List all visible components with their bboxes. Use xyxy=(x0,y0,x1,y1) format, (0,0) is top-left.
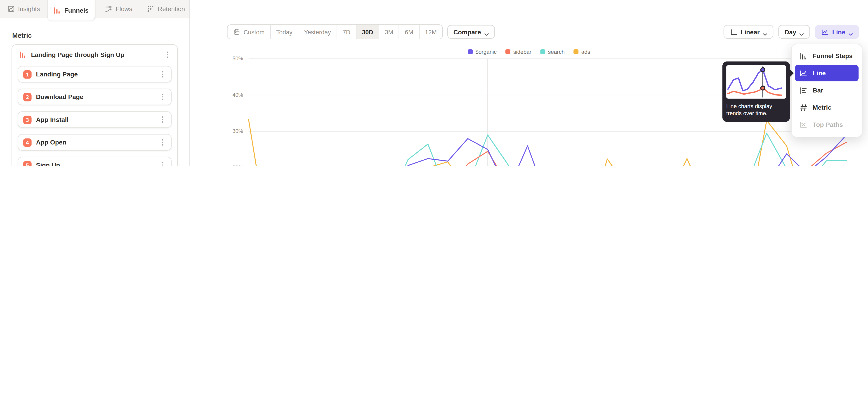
funnel-steps-list: 1Landing Page2Download Page3App Install4… xyxy=(12,66,177,166)
step-kebab-menu[interactable] xyxy=(159,160,166,166)
funnel-step-4[interactable]: 4App Open xyxy=(18,134,172,151)
report-canvas: CustomTodayYesterday7D30D3M6M12M Compare… xyxy=(190,0,868,166)
svg-text:40%: 40% xyxy=(232,92,243,98)
tooltip-text: Line charts display trends over time. xyxy=(726,102,786,117)
funnel-step-3[interactable]: 3App Install xyxy=(18,111,172,128)
menu-item-bar[interactable]: Bar xyxy=(795,82,859,98)
menu-item-label: Bar xyxy=(813,87,823,93)
step-label: Sign Up xyxy=(36,162,154,166)
tab-retention[interactable]: Retention xyxy=(143,0,190,18)
menu-item-line[interactable]: Line xyxy=(795,65,859,82)
step-number-badge: 2 xyxy=(23,93,32,101)
step-number-badge: 5 xyxy=(23,161,32,166)
app-window: InsightsFunnelsFlowsRetention Metric Lan… xyxy=(0,0,868,166)
report-tabbar: InsightsFunnelsFlowsRetention xyxy=(0,0,190,18)
flows-icon xyxy=(105,5,112,13)
step-label: App Open xyxy=(36,139,154,146)
bar-chart-icon xyxy=(799,86,808,95)
chart-type-tooltip: Line charts display trends over time. xyxy=(722,62,790,122)
menu-item-label: Top Paths xyxy=(813,121,843,128)
query-sidebar: Metric Landing Page through Sign Up 1Lan… xyxy=(0,18,190,166)
step-label: Landing Page xyxy=(36,71,154,77)
menu-item-label: Funnel Steps xyxy=(813,53,852,59)
step-number-badge: 3 xyxy=(23,116,32,124)
step-label: App Install xyxy=(36,116,154,123)
tab-label-flows: Flows xyxy=(116,5,132,12)
top-paths-icon xyxy=(799,121,808,129)
tab-label-insights: Insights xyxy=(18,5,40,12)
svg-text:30%: 30% xyxy=(232,128,243,134)
tab-insights[interactable]: Insights xyxy=(0,0,48,18)
step-kebab-menu[interactable] xyxy=(159,70,166,79)
step-label: Download Page xyxy=(36,94,154,100)
menu-item-funnel-steps[interactable]: Funnel Steps xyxy=(795,48,859,64)
tooltip-preview-chart xyxy=(726,65,786,99)
step-kebab-menu[interactable] xyxy=(159,92,166,101)
svg-text:50%: 50% xyxy=(232,56,243,62)
metric-card: Landing Page through Sign Up 1Landing Pa… xyxy=(11,44,178,166)
retention-icon xyxy=(147,5,154,13)
line-chart-icon xyxy=(799,69,808,77)
menu-item-top-paths: Top Paths xyxy=(795,116,859,133)
svg-text:20%: 20% xyxy=(232,165,243,166)
tab-flows[interactable]: Flows xyxy=(95,0,143,18)
tab-label-retention: Retention xyxy=(158,5,185,12)
funnel-step-5[interactable]: 5Sign Up xyxy=(18,157,172,166)
tab-funnels[interactable]: Funnels xyxy=(48,0,95,21)
step-number-badge: 4 xyxy=(23,138,32,147)
metric-icon xyxy=(799,103,808,112)
step-kebab-menu[interactable] xyxy=(159,138,166,147)
chart-type-menu: Funnel StepsLineBarMetricTop Paths xyxy=(791,44,863,137)
funnel-title: Landing Page through Sign Up xyxy=(31,52,159,58)
insights-icon xyxy=(7,5,15,13)
menu-item-metric[interactable]: Metric xyxy=(795,99,859,116)
funnel-kebab-menu[interactable] xyxy=(164,51,172,59)
step-number-badge: 1 xyxy=(23,70,32,79)
funnel-metric-icon xyxy=(19,51,26,59)
menu-item-label: Metric xyxy=(813,104,831,111)
metric-heading: Metric xyxy=(12,32,32,39)
step-kebab-menu[interactable] xyxy=(159,115,166,124)
menu-item-label: Line xyxy=(813,70,826,76)
funnel-step-2[interactable]: 2Download Page xyxy=(18,89,172,105)
funnels-icon xyxy=(53,6,61,14)
tab-label-funnels: Funnels xyxy=(64,7,89,13)
funnel-step-1[interactable]: 1Landing Page xyxy=(18,66,172,82)
funnel-steps-icon xyxy=(799,52,808,60)
